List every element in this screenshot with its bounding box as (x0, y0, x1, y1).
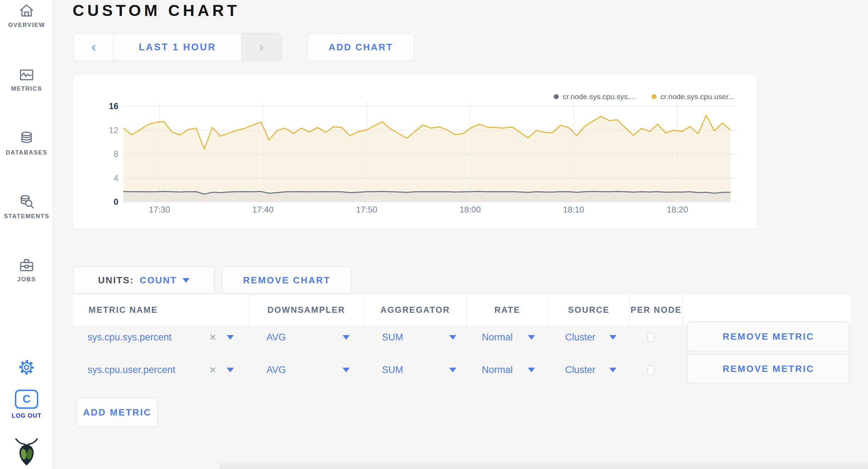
dropdown-caret-icon (343, 368, 350, 372)
legend-dot-user (652, 94, 656, 99)
y-axis-tick-label: 16 (83, 101, 118, 111)
sidebar-item-label: OVERVIEW (8, 22, 45, 29)
dropdown-caret-icon (528, 368, 535, 372)
dropdown-caret-icon (343, 335, 350, 340)
aggregator-select[interactable]: SUM (382, 354, 456, 386)
logo-monogram: C (23, 393, 30, 406)
remove-metric-button[interactable]: REMOVE METRIC (687, 354, 850, 383)
clear-icon[interactable]: ✕ (209, 332, 216, 343)
home-icon (18, 3, 35, 19)
y-axis-tick-label: 12 (83, 125, 118, 135)
dropdown-caret-icon (609, 335, 616, 340)
rate-select[interactable]: Normal (482, 321, 535, 354)
add-metric-button[interactable]: ADD METRIC (77, 397, 158, 427)
bottom-scroll-shadow (220, 460, 868, 469)
bug-icon (13, 436, 40, 468)
dropdown-caret-icon (227, 335, 234, 340)
units-prefix-label: UNITS: (98, 275, 134, 286)
clear-icon[interactable]: ✕ (209, 365, 216, 375)
briefcase-icon (18, 257, 35, 273)
x-axis-tick-label: 18:10 (552, 205, 595, 215)
column-header-per-node: PER NODE (630, 295, 682, 325)
settings-gear-button[interactable] (0, 358, 53, 378)
y-axis-tick-label: 4 (83, 173, 118, 183)
statements-icon (18, 193, 35, 210)
sidebar-item-label: STATEMENTS (4, 213, 50, 220)
database-icon (18, 130, 35, 147)
x-axis-tick-label: 17:30 (138, 205, 181, 215)
metrics-icon (18, 67, 35, 83)
metric-select-dropdown[interactable]: ✕ (209, 321, 234, 354)
dropdown-caret-icon (449, 368, 456, 372)
gear-icon (18, 358, 35, 378)
chevron-right-icon: › (259, 40, 264, 54)
sidebar-item-statements[interactable]: STATEMENTS (0, 193, 53, 224)
y-axis-tick-label: 8 (83, 149, 118, 159)
source-select[interactable]: Cluster (565, 354, 616, 386)
source-select[interactable]: Cluster (565, 321, 616, 354)
chevron-left-icon: ‹ (91, 40, 96, 54)
x-axis-tick-label: 18:20 (656, 205, 699, 215)
time-range-next-button[interactable]: › (242, 34, 281, 61)
dropdown-caret-icon (449, 335, 456, 340)
sidebar-item-label: DATABASES (6, 149, 47, 156)
downsampler-select[interactable]: AVG (266, 354, 350, 386)
dropdown-caret-icon (609, 368, 616, 372)
logout-label: LOG OUT (12, 412, 41, 419)
logout-button[interactable]: C LOG OUT (0, 390, 53, 419)
sidebar-item-metrics[interactable]: METRICS (0, 67, 53, 97)
x-axis-tick-label: 17:50 (345, 205, 388, 215)
chart-card: cr.node.sys.cpu.sys.... cr.node.sys.cpu.… (73, 74, 757, 229)
column-header-actions (683, 295, 850, 325)
downsampler-select[interactable]: AVG (266, 321, 350, 354)
dropdown-caret-icon (227, 368, 234, 372)
legend-dot-sys (554, 94, 559, 99)
remove-metric-button[interactable]: REMOVE METRIC (687, 322, 850, 351)
page-title: CUSTOM CHART (73, 1, 240, 20)
sidebar-item-label: JOBS (17, 276, 36, 283)
sidebar-item-overview[interactable]: OVERVIEW (0, 3, 53, 33)
add-chart-button[interactable]: ADD CHART (308, 33, 414, 61)
sidebar-item-jobs[interactable]: JOBS (0, 257, 53, 288)
aggregator-select[interactable]: SUM (382, 321, 456, 354)
time-range-selector: ‹ LAST 1 HOUR › (73, 33, 282, 61)
metric-select-dropdown[interactable]: ✕ (209, 354, 234, 386)
y-axis-tick-label: 0 (83, 197, 118, 207)
sidebar-item-databases[interactable]: DATABASES (0, 130, 53, 160)
per-node-checkbox[interactable] (647, 365, 654, 375)
legend-item-sys[interactable]: cr.node.sys.cpu.sys.... (554, 92, 636, 101)
dropdown-caret-icon (528, 335, 535, 340)
metric-name-value[interactable]: sys.cpu.sys.percent (88, 321, 208, 354)
metric-name-value[interactable]: sys.cpu.user.percent (88, 354, 208, 386)
chart-legend: cr.node.sys.cpu.sys.... cr.node.sys.cpu.… (554, 92, 734, 101)
per-node-checkbox[interactable] (647, 333, 654, 342)
x-axis-tick-label: 18:00 (449, 205, 491, 215)
legend-item-user[interactable]: cr.node.sys.cpu.user... (652, 92, 734, 101)
dropdown-caret-icon (182, 278, 190, 283)
x-axis-tick-label: 17:40 (242, 205, 284, 215)
cockroach-bug-logo (0, 436, 53, 468)
rate-select[interactable]: Normal (482, 354, 535, 386)
time-range-label[interactable]: LAST 1 HOUR (113, 34, 242, 61)
remove-chart-button[interactable]: REMOVE CHART (222, 266, 351, 294)
units-value: COUNT (140, 275, 177, 286)
time-range-prev-button[interactable]: ‹ (74, 34, 113, 61)
cockroach-c-logo: C (15, 390, 38, 409)
sidebar-item-label: METRICS (11, 85, 42, 92)
sidebar: OVERVIEW METRICS DATABASES (0, 0, 53, 469)
units-dropdown[interactable]: UNITS: COUNT (73, 266, 214, 294)
